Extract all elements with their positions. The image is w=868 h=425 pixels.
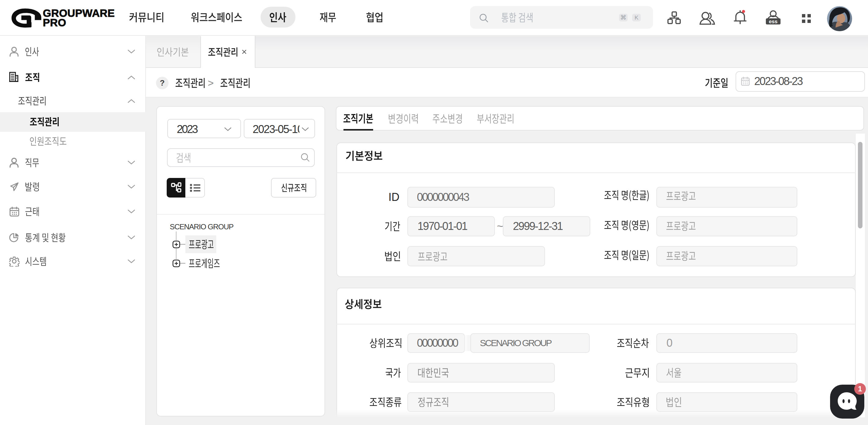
svg-text:ess: ess [769, 19, 777, 25]
